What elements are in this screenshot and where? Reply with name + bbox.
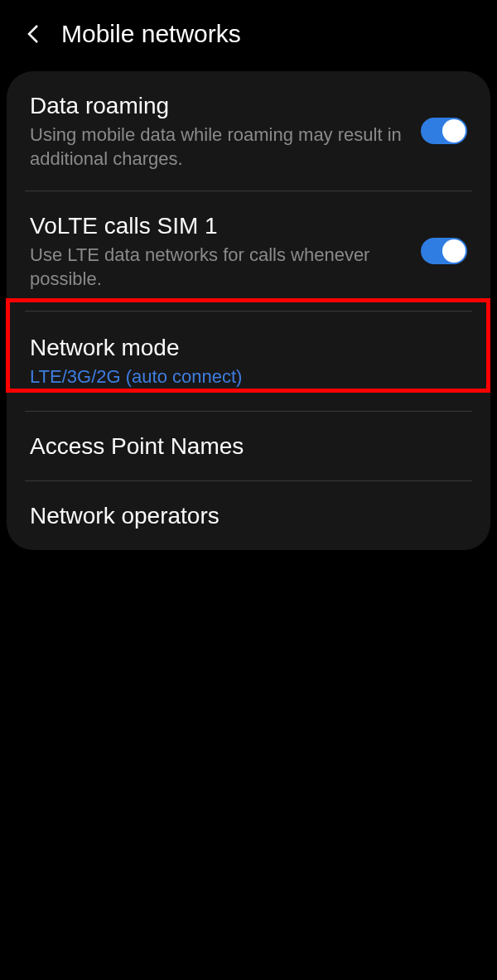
access-point-names-row[interactable]: Access Point Names xyxy=(7,412,490,480)
volte-toggle[interactable] xyxy=(421,238,467,264)
row-title: Access Point Names xyxy=(30,432,454,461)
row-subtitle: Using mobile data while roaming may resu… xyxy=(30,123,408,171)
back-icon[interactable] xyxy=(23,24,43,44)
row-subtitle: Use LTE data networks for calls whenever… xyxy=(30,244,408,291)
row-content: Network mode LTE/3G/2G (auto connect) xyxy=(30,333,467,389)
row-content: VoLTE calls SIM 1 Use LTE data networks … xyxy=(30,211,421,291)
header: Mobile networks xyxy=(0,0,497,71)
volte-calls-row[interactable]: VoLTE calls SIM 1 Use LTE data networks … xyxy=(7,191,490,311)
row-subtitle: LTE/3G/2G (auto connect) xyxy=(30,365,454,389)
toggle-knob xyxy=(442,239,466,263)
row-title: Network operators xyxy=(30,501,454,530)
toggle-knob xyxy=(442,119,466,142)
network-operators-row[interactable]: Network operators xyxy=(7,481,490,550)
row-content: Data roaming Using mobile data while roa… xyxy=(30,91,421,171)
data-roaming-toggle[interactable] xyxy=(421,118,467,144)
data-roaming-row[interactable]: Data roaming Using mobile data while roa… xyxy=(7,71,490,191)
network-mode-row[interactable]: Network mode LTE/3G/2G (auto connect) xyxy=(7,311,490,411)
row-title: VoLTE calls SIM 1 xyxy=(30,211,408,240)
row-title: Network mode xyxy=(30,333,454,362)
row-content: Access Point Names xyxy=(30,432,467,461)
settings-card: Data roaming Using mobile data while roa… xyxy=(7,71,490,550)
row-content: Network operators xyxy=(30,501,467,530)
row-title: Data roaming xyxy=(30,91,408,120)
page-title: Mobile networks xyxy=(61,20,241,48)
